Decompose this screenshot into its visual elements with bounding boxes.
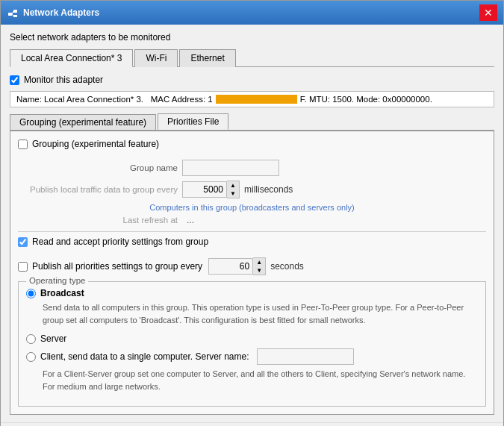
group-name-row: Group name [18, 160, 486, 176]
footer: OK Cancel Apply [1, 422, 503, 426]
svg-rect-1 [13, 10, 17, 13]
publish-unit: milliseconds [244, 184, 293, 195]
group-name-label: Group name [18, 163, 182, 172]
svg-rect-2 [13, 15, 17, 17]
publish-spinbox-buttons: ▲ ▼ [227, 181, 240, 198]
client-desc: For a Client-Server group set one comput… [43, 368, 478, 392]
broadcast-radio[interactable] [26, 289, 36, 298]
publish-spinbox: ▲ ▼ [182, 181, 240, 198]
computers-hint: Computers in this group (broadcasters an… [18, 203, 486, 212]
read-priority-label: Read and accept priority settings from g… [32, 237, 208, 247]
operating-type-title: Operating type [26, 276, 88, 285]
sub-tab-grouping[interactable]: Grouping (experimental feature) [10, 114, 156, 130]
client-radio[interactable] [26, 352, 36, 362]
broadcast-desc: Send data to all computers in this group… [43, 301, 478, 326]
sub-tab-priorities[interactable]: Priorities File [158, 113, 228, 130]
monitor-row: Monitor this adapter [10, 75, 494, 85]
tab-wifi[interactable]: Wi-Fi [134, 49, 178, 67]
title-bar-left: Network Adapters [7, 7, 99, 19]
broadcast-radio-row: Broadcast [26, 288, 478, 298]
last-refresh-value: ... [187, 215, 194, 225]
client-radio-row: Client, send data to a single computer. … [26, 348, 478, 365]
info-text-mtu: F. MTU: 1500. Mode: 0x00000000. [300, 95, 432, 104]
section-label: Select network adapters to be monitored [10, 32, 494, 43]
publish-priority-label: Publish all priorities settings to group… [32, 261, 202, 272]
group-name-input[interactable] [182, 160, 279, 176]
separator-1 [18, 231, 486, 232]
last-refresh-row: Last refresh at ... [18, 215, 486, 225]
publish-priority-input[interactable] [208, 258, 253, 275]
main-tabs: Local Area Connection* 3 Wi-Fi Ethernet [10, 48, 494, 67]
read-priority-row: Read and accept priority settings from g… [18, 237, 486, 247]
svg-line-3 [12, 11, 13, 14]
info-text-name: Name: Local Area Connection* 3. MAC Addr… [16, 95, 213, 104]
info-bar: Name: Local Area Connection* 3. MAC Addr… [10, 91, 494, 107]
publish-priority-spinbox-buttons: ▲ ▼ [253, 257, 266, 275]
sub-tab-content: Grouping (experimental feature) Group na… [10, 131, 494, 415]
tab-local-area[interactable]: Local Area Connection* 3 [10, 49, 133, 67]
mac-hidden: XXXXXXXXX [216, 95, 297, 104]
client-label: Client, send data to a single computer. … [40, 351, 249, 362]
title-bar: Network Adapters ✕ [1, 1, 503, 25]
grouping-checkbox[interactable] [18, 140, 28, 149]
publish-spin-up[interactable]: ▲ [227, 181, 239, 189]
last-refresh-label: Last refresh at [18, 216, 182, 225]
sub-tabs: Grouping (experimental feature) Prioriti… [10, 113, 494, 131]
close-button[interactable]: ✕ [479, 4, 497, 21]
grouping-checkbox-row: Grouping (experimental feature) [18, 139, 486, 149]
server-radio-row: Server [26, 333, 478, 344]
window: Network Adapters ✕ Select network adapte… [0, 0, 504, 426]
publish-traffic-label: Publish local traffic data to group ever… [18, 185, 182, 194]
grouping-label: Grouping (experimental feature) [32, 139, 159, 149]
publish-value-input[interactable] [182, 181, 227, 198]
publish-priority-row: Publish all priorities settings to group… [18, 257, 486, 275]
publish-priority-unit: seconds [270, 261, 304, 272]
svg-line-4 [12, 14, 13, 16]
operating-type-group: Operating type Broadcast Send data to al… [18, 281, 486, 407]
publish-priority-checkbox[interactable] [18, 262, 28, 272]
network-icon [7, 7, 19, 19]
broadcast-label: Broadcast [40, 288, 84, 298]
svg-rect-0 [8, 13, 12, 16]
window-title: Network Adapters [23, 7, 99, 18]
read-priority-checkbox[interactable] [18, 237, 28, 247]
content-area: Select network adapters to be monitored … [1, 25, 503, 422]
publish-priority-spinbox: ▲ ▼ [208, 257, 266, 275]
server-name-input[interactable] [257, 348, 354, 365]
tab-ethernet[interactable]: Ethernet [179, 49, 235, 67]
monitor-checkbox[interactable] [10, 75, 19, 85]
publish-priority-spin-down[interactable]: ▼ [253, 266, 265, 275]
server-label: Server [40, 333, 66, 344]
publish-priority-spin-up[interactable]: ▲ [253, 258, 265, 266]
publish-spin-down[interactable]: ▼ [227, 189, 239, 198]
monitor-label: Monitor this adapter [24, 75, 103, 85]
publish-traffic-row: Publish local traffic data to group ever… [18, 181, 486, 198]
server-radio[interactable] [26, 334, 36, 344]
